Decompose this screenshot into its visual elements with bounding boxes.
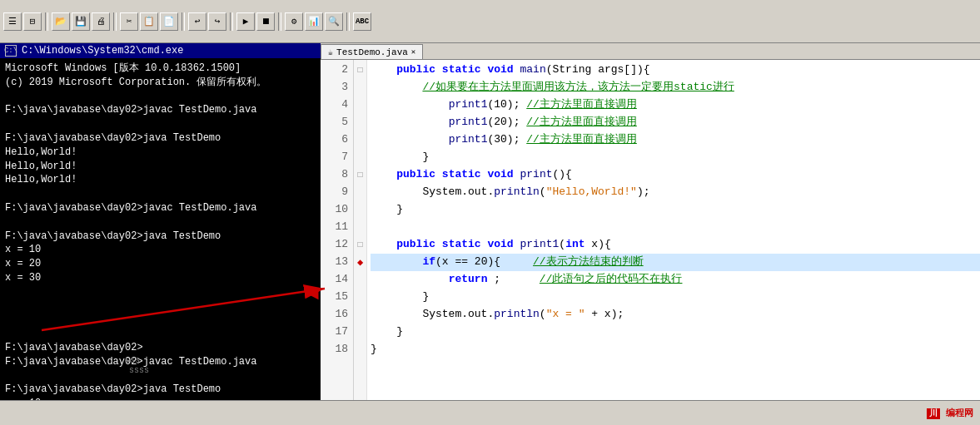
code-line-9: System.out.println("Hello,World!"); — [371, 184, 980, 201]
cmd-panel: C:\ C:\Windows\System32\cmd.exe Microsof… — [0, 43, 321, 400]
line-num-6: 6 — [341, 131, 348, 149]
code-line-7: } — [371, 149, 980, 166]
cmd-content[interactable]: Microsoft Windows [版本 10.0.18362.1500] (… — [0, 58, 321, 400]
code-line-5: print1(20); //主方法里面直接调用 — [371, 114, 980, 131]
line-num-9: 9 — [341, 184, 348, 201]
code-line-12: public static void print1(int x){ — [371, 236, 980, 254]
line-num-8: 8 — [341, 166, 348, 184]
toolbar-btn-open[interactable]: 📂 — [52, 12, 70, 31]
toolbar-sep-6 — [346, 12, 350, 31]
code-content[interactable]: public static void main(String args[]){ … — [367, 60, 980, 400]
toolbar-sep-4 — [230, 12, 233, 31]
ide-panel: ☕ TestDemo.java ✕ 2 3 4 5 6 7 8 9 10 11 … — [321, 43, 980, 400]
gutter-18 — [354, 341, 366, 358]
line-num-17: 17 — [335, 324, 348, 341]
cmd-line-16: x = 30 — [5, 271, 316, 285]
toolbar-btn-abc[interactable]: ABC — [353, 12, 371, 31]
ssss-decoration: ssss — [129, 365, 149, 377]
toolbar-btn-run[interactable]: ▶ — [236, 12, 255, 31]
panels-container: C:\ C:\Windows\System32\cmd.exe Microsof… — [0, 43, 980, 400]
code-line-15: } — [371, 289, 980, 306]
toolbar-btn-settings[interactable]: ⚙ — [285, 12, 303, 31]
gutter-collapse-12[interactable]: □ — [354, 236, 366, 254]
gutter-collapse-8[interactable]: □ — [354, 166, 366, 184]
cmd-line-4: F:\java\javabase\day02>javac TestDemo.ja… — [5, 103, 316, 117]
tab-close-icon[interactable]: ✕ — [411, 47, 415, 57]
line-num-15: 15 — [335, 289, 348, 306]
code-line-11 — [371, 219, 980, 236]
line-num-16: 16 — [335, 306, 348, 324]
cmd-line-17: ◄ — [5, 285, 316, 341]
line-num-10: 10 — [335, 201, 348, 219]
cmd-icon: C:\ — [5, 45, 17, 57]
tab-bar: ☕ TestDemo.java ✕ — [321, 43, 980, 60]
code-line-17: } — [371, 324, 980, 341]
toolbar-btn-menu[interactable]: ☰ — [3, 12, 22, 31]
gutter-6 — [354, 131, 366, 149]
code-line-16: System.out.println("x = " + x); — [371, 306, 980, 324]
toolbar-btn-undo[interactable]: ↩ — [188, 12, 206, 31]
cmd-line-8: Hello,World! — [5, 160, 316, 174]
toolbar-btn-paste[interactable]: 📄 — [160, 12, 178, 31]
tab-testdemo[interactable]: ☕ TestDemo.java ✕ — [321, 44, 423, 59]
cmd-line-10 — [5, 187, 316, 201]
line-num-11: 11 — [335, 219, 348, 236]
gutter-5 — [354, 114, 366, 131]
cmd-line-22: x = 10 — [5, 397, 316, 400]
brand-logo: 川 编程网 — [927, 407, 973, 419]
toolbar-btn-chart[interactable]: 📊 — [305, 12, 323, 31]
cmd-line-2: (c) 2019 Microsoft Corporation. 保留所有权利。 — [5, 76, 316, 90]
cmd-line-6: F:\java\javabase\day02>java TestDemo — [5, 131, 316, 146]
cmd-title: C:\Windows\System32\cmd.exe — [22, 45, 183, 57]
gutter-17 — [354, 324, 366, 341]
gutter-16 — [354, 306, 366, 324]
toolbar-btn-stop[interactable]: ⏹ — [256, 12, 275, 31]
gutter-10 — [354, 201, 366, 219]
toolbar-btn-search[interactable]: 🔍 — [325, 12, 343, 31]
toolbar-sep-2 — [113, 12, 117, 31]
cmd-line-18: F:\java\javabase\day02> — [5, 341, 316, 355]
line-num-5: 5 — [341, 114, 348, 131]
toolbar-btn-restore[interactable]: ⊟ — [23, 12, 42, 31]
toolbar-btn-print[interactable]: 🖨 — [92, 12, 110, 31]
code-area: 2 3 4 5 6 7 8 9 10 11 12 13 14 15 16 17 … — [321, 60, 980, 400]
cmd-line-9: Hello,World! — [5, 173, 316, 187]
cmd-line-5 — [5, 117, 316, 131]
gutter-15 — [354, 289, 366, 306]
line-num-18: 18 — [335, 341, 348, 358]
code-line-8: public static void print(){ — [371, 166, 980, 184]
gutter-breakpoint-13[interactable]: ◆ — [354, 254, 366, 271]
code-line-6: print1(30); //主方法里面直接调用 — [371, 131, 980, 149]
cmd-line-1: Microsoft Windows [版本 10.0.18362.1500] — [5, 62, 316, 76]
line-num-4: 4 — [341, 96, 348, 114]
line-num-13: 13 — [335, 254, 348, 271]
cmd-line-20 — [5, 369, 316, 383]
gutter-collapse-2[interactable]: □ — [354, 62, 366, 79]
toolbar-sep-3 — [182, 12, 185, 31]
tab-file-icon: ☕ — [328, 47, 333, 57]
cmd-line-21: F:\java\javabase\day02>java TestDemo — [5, 383, 316, 397]
gutter-9 — [354, 184, 366, 201]
code-gutter: □ □ □ ◆ — [354, 60, 367, 400]
line-num-12: 12 — [335, 236, 348, 254]
toolbar-btn-save[interactable]: 💾 — [72, 12, 90, 31]
cmd-line-19: F:\java\javabase\day02>javac TestDemo.ja… — [5, 355, 316, 369]
status-bar: 川 编程网 — [0, 400, 980, 425]
cmd-line-3 — [5, 90, 316, 104]
line-num-2: 2 — [341, 62, 348, 79]
code-line-13: if(x == 20){ //表示方法结束的判断 — [371, 254, 980, 271]
toolbar-btn-cut[interactable]: ✂ — [120, 12, 138, 31]
cmd-line-13: F:\java\javabase\day02>java TestDemo — [5, 230, 316, 244]
toolbar-btn-copy[interactable]: 📋 — [140, 12, 158, 31]
code-line-2: public static void main(String args[]){ — [371, 62, 980, 79]
cmd-line-12 — [5, 215, 316, 230]
gutter-3 — [354, 79, 366, 96]
line-num-14: 14 — [335, 271, 348, 289]
gutter-14 — [354, 271, 366, 289]
gutter-7 — [354, 149, 366, 166]
toolbar-btn-redo[interactable]: ↪ — [208, 12, 226, 31]
toolbar-sep-5 — [278, 12, 281, 31]
code-line-3: //如果要在主方法里面调用该方法，该方法一定要用static进行 — [371, 79, 980, 96]
gutter-11 — [354, 219, 366, 236]
code-line-10: } — [371, 201, 980, 219]
